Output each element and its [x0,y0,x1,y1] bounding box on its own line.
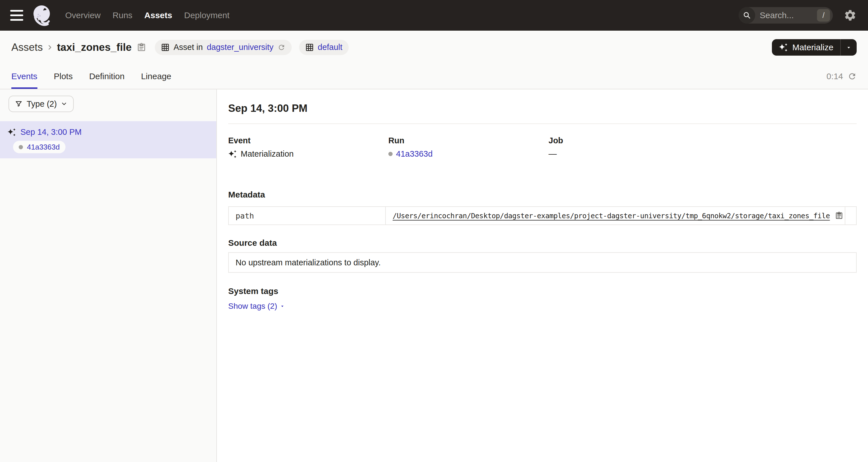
code-location-badge: default [299,40,349,55]
materialize-button[interactable]: Materialize [772,39,840,56]
tab-events[interactable]: Events [11,64,37,89]
filter-icon [15,100,23,108]
event-column: Event Materialization [228,136,389,158]
run-id-link[interactable]: 41a3363d [27,143,60,151]
code-location-grid-icon [305,43,314,52]
event-type-value: Materialization [241,149,294,158]
primary-nav: Overview Runs Assets Deployment [65,10,229,20]
source-data-heading: Source data [228,238,857,248]
hamburger-menu-button[interactable] [10,10,23,21]
filter-bar: Type (2) [0,89,216,121]
header-badges: Asset in dagster_university default [155,40,349,55]
metadata-heading: Metadata [228,190,857,200]
events-sidebar: Type (2) Sep 14, 3:00 PM 41a [0,89,217,462]
metadata-key: path [229,207,386,225]
refresh-icon[interactable] [847,72,857,81]
tab-plots[interactable]: Plots [54,64,73,89]
top-nav-right: / [739,7,857,24]
metadata-extra-cell [845,207,856,225]
nav-item-assets[interactable]: Assets [144,10,172,20]
asset-title: taxi_zones_file [57,41,131,53]
search-input[interactable] [755,10,817,20]
materialize-options-caret[interactable] [840,39,857,56]
page-header: Assets taxi_zones_file Asset in dagster_… [0,31,868,64]
copy-path-button[interactable] [835,211,843,220]
event-detail-panel: Sep 14, 3:00 PM Event Materialization [217,89,868,462]
type-filter-button[interactable]: Type (2) [8,96,74,112]
search-icon [739,7,755,24]
materialization-sparkle-icon [7,128,17,137]
materialization-sparkle-icon [228,149,237,158]
run-status-dot [19,145,23,149]
breadcrumb-assets-link[interactable]: Assets [11,41,43,53]
chevron-right-icon [46,44,54,51]
run-label: Run [389,136,549,145]
show-tags-link[interactable]: Show tags (2) [228,302,285,311]
show-tags-label: Show tags (2) [228,302,277,311]
type-filter-label: Type (2) [27,99,57,109]
chevron-down-icon [61,100,67,107]
run-column: Run 41a3363d [389,136,549,158]
asset-group-link[interactable]: dagster_university [207,42,273,52]
asset-group-prefix: Asset in [174,42,203,52]
nav-item-runs[interactable]: Runs [113,10,132,20]
refresh-countdown: 0:14 [827,71,843,81]
asset-group-badge: Asset in dagster_university [155,40,292,55]
run-status-dot [389,152,393,156]
materialize-button-label: Materialize [792,42,833,52]
materialize-split-button: Materialize [772,39,857,56]
job-value: — [549,149,557,158]
event-detail-title: Sep 14, 3:00 PM [228,103,857,114]
metadata-table: path /Users/erincochran/Desktop/dagster-… [228,206,857,225]
job-column: Job — [549,136,857,158]
source-data-empty-box: No upstream materializations to display. [228,252,857,273]
caret-down-icon [280,304,285,309]
settings-gear-icon[interactable] [844,9,857,22]
nav-item-deployment[interactable]: Deployment [184,10,229,20]
caret-down-icon [846,44,852,51]
asset-group-grid-icon [161,43,169,52]
metadata-value-cell: /Users/erincochran/Desktop/dagster-examp… [386,207,845,225]
system-tags-heading: System tags [228,286,857,296]
reload-definitions-icon[interactable] [278,44,285,51]
asset-tabs: Events Plots Definition Lineage 0:14 [0,64,868,89]
job-label: Job [549,136,857,145]
metadata-path-link[interactable]: /Users/erincochran/Desktop/dagster-examp… [393,212,830,220]
search-shortcut-badge: / [817,9,830,22]
refresh-status: 0:14 [827,64,857,89]
top-nav-bar: Overview Runs Assets Deployment / [0,0,868,31]
event-summary-columns: Event Materialization Run 4 [228,136,857,158]
tab-lineage[interactable]: Lineage [141,64,172,89]
event-list-item[interactable]: Sep 14, 3:00 PM 41a3363d [0,121,216,158]
run-id-badge[interactable]: 41a3363d [13,141,65,153]
global-search[interactable]: / [739,7,833,24]
event-label: Event [228,136,389,145]
run-id-link[interactable]: 41a3363d [396,149,433,158]
empty-message: No upstream materializations to display. [236,258,381,267]
dagster-logo[interactable] [31,4,52,26]
divider [228,123,857,124]
tab-definition[interactable]: Definition [89,64,124,89]
event-date-link[interactable]: Sep 14, 3:00 PM [21,127,82,137]
materialize-sparkle-icon [779,42,788,52]
content-area: Type (2) Sep 14, 3:00 PM 41a [0,89,868,462]
breadcrumb: Assets taxi_zones_file [11,41,146,53]
code-location-link[interactable]: default [318,42,342,52]
copy-asset-name-button[interactable] [136,42,146,52]
nav-item-overview[interactable]: Overview [65,10,101,20]
